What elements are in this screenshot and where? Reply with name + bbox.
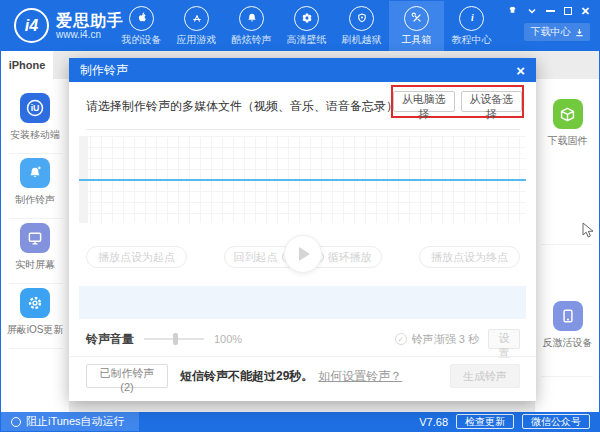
play-icon [299,247,310,261]
sidebar-item-label: 制作铃声 [1,193,69,207]
select-from-pc-button[interactable]: 从电脑选择 [393,91,455,112]
nav-hd-wallpapers[interactable]: 高清壁纸 [279,1,334,51]
nav-my-device[interactable]: 我的设备 [114,1,169,51]
made-ringtones-button[interactable]: 已制作铃声 (2) [86,364,168,388]
close-icon[interactable]: × [516,63,525,78]
minimize-icon[interactable] [546,10,555,12]
skin-icon[interactable] [507,6,518,16]
panel-item-deactivate-device[interactable]: 反激活设备 [535,301,599,350]
divider [9,283,63,284]
divider [69,356,536,357]
tools-rightpanel: 下载固件 反激活设备 [534,79,599,412]
bell-icon [239,6,264,31]
check-update-button[interactable]: 检查更新 [456,414,514,429]
device-icon [553,301,583,331]
volume-slider[interactable] [144,338,204,340]
set-end-button[interactable]: 播放点设为终点 [419,246,520,268]
download-icon [575,28,584,37]
monitor-icon [20,223,50,253]
divider [541,244,593,245]
fade-in-label: 铃声渐强 3 秒 [412,332,479,347]
wechat-official-button[interactable]: 微信公众号 [522,414,590,429]
sidebar-item-label: 安装移动端 [1,128,69,142]
set-start-button[interactable]: 播放点设为起点 [86,246,187,268]
sidebar-item-install-mobile[interactable]: iU 安装移动端 [1,93,69,142]
loop-play-label: 循环播放 [328,250,372,265]
sidebar-item-block-ios-update[interactable]: 屏蔽iOS更新 [1,288,69,337]
svg-text:iU: iU [31,103,40,113]
wallpaper-icon [294,6,319,31]
svg-text:i: i [471,12,474,23]
app-header: i4 爱思助手 www.i4.cn 我的设备 应用游戏 [1,1,599,51]
dialog-titlebar: 制作铃声 × [69,58,536,82]
maximize-icon[interactable] [564,7,572,15]
divider [9,218,63,219]
version-label: V7.68 [419,416,448,428]
fade-in-toggle[interactable]: ✓ 铃声渐强 3 秒 [395,332,479,347]
panel-item-download-firmware[interactable]: 下载固件 [535,99,599,148]
appstore-icon [184,6,209,31]
download-center-button[interactable]: 下载中心 [524,23,590,41]
nav-label: 酷炫铃声 [232,33,272,47]
selection-strip [79,286,526,319]
nav-label: 应用游戏 [177,33,217,47]
nav-label: 工具箱 [402,33,432,47]
download-center-label: 下载中心 [531,25,571,39]
volume-slider-handle[interactable] [173,333,178,345]
volume-row: 铃声音量 100% ✓ 铃声渐强 3 秒 设置 [86,329,520,349]
highlight-annotation: 从电脑选择 从设备选择 [391,85,524,118]
waveform-area[interactable] [79,136,526,223]
divider [86,129,520,130]
gear-icon [20,288,50,318]
waveform-baseline [79,179,526,181]
status-right: V7.68 检查更新 微信公众号 [419,414,599,429]
sidebar-item-live-screen[interactable]: 实时屏幕 [1,223,69,272]
nav-cool-ringtones[interactable]: 酷炫铃声 [224,1,279,51]
volume-label: 铃声音量 [86,331,134,348]
instruction-text: 请选择制作铃声的多媒体文件（视频、音乐、语音备忘录） [86,98,398,115]
jailbreak-icon [349,6,374,31]
dialog-footer: 已制作铃声 (2) 短信铃声不能超过29秒。 如何设置铃声？ 生成铃声 [86,364,520,388]
sidebar-item-make-ringtone[interactable]: 制作铃声 [1,158,69,207]
divider [9,348,63,349]
play-button[interactable] [284,235,322,273]
nav-apps-games[interactable]: 应用游戏 [169,1,224,51]
tools-sidebar: iU 安装移动端 制作铃声 实时屏幕 [1,79,69,412]
tab-iphone[interactable]: iPhone [1,51,53,79]
radio-icon [11,417,21,427]
panel-item-label: 反激活设备 [535,336,599,350]
nav-label: 刷机越狱 [342,33,382,47]
app-window: i4 爱思助手 www.i4.cn 我的设备 应用游戏 [0,0,600,432]
sidebar-item-label: 实时屏幕 [1,258,69,272]
dialog-body: 请选择制作铃声的多媒体文件（视频、音乐、语音备忘录） 从电脑选择 从设备选择 播… [69,82,536,401]
generate-ringtone-button[interactable]: 生成铃声 [450,364,520,388]
toolbox-icon [404,6,429,31]
divider [9,153,63,154]
select-from-device-button[interactable]: 从设备选择 [461,91,523,112]
how-to-set-ringtone-link[interactable]: 如何设置铃声？ [318,368,402,385]
nav-label: 我的设备 [122,33,162,47]
app-logo: i4 爱思助手 www.i4.cn [14,8,124,43]
nav-flash-jailbreak[interactable]: 刷机越狱 [334,1,389,51]
block-itunes-label: 阻止iTunes自动运行 [26,414,125,429]
fade-settings-button[interactable]: 设置 [488,329,520,349]
close-window-icon[interactable]: ✕ [581,6,590,16]
window-controls: ✕ [507,5,590,17]
nav-toolbox[interactable]: 工具箱 [389,1,444,51]
nav-tutorial-center[interactable]: i 教程中心 [444,1,499,51]
sidebar-item-label: 屏蔽iOS更新 [1,323,69,337]
i4-app-icon: iU [20,93,50,123]
check-icon: ✓ [395,333,407,345]
block-itunes-toggle[interactable]: 阻止iTunes自动运行 [1,412,139,431]
nav-label: 高清壁纸 [287,33,327,47]
status-bar: 阻止iTunes自动运行 V7.68 检查更新 微信公众号 [1,412,599,431]
volume-value: 100% [214,333,242,345]
sms-length-hint: 短信铃声不能超过29秒。 [180,368,313,385]
panel-item-label: 下载固件 [535,134,599,148]
chevron-down-icon[interactable] [527,7,537,15]
apple-icon [129,6,154,31]
ringtone-maker-dialog: 制作铃声 × 请选择制作铃声的多媒体文件（视频、音乐、语音备忘录） 从电脑选择 … [69,58,536,401]
logo-icon: i4 [14,8,49,43]
tutorial-icon: i [459,6,484,31]
bell-plus-icon [20,158,50,188]
